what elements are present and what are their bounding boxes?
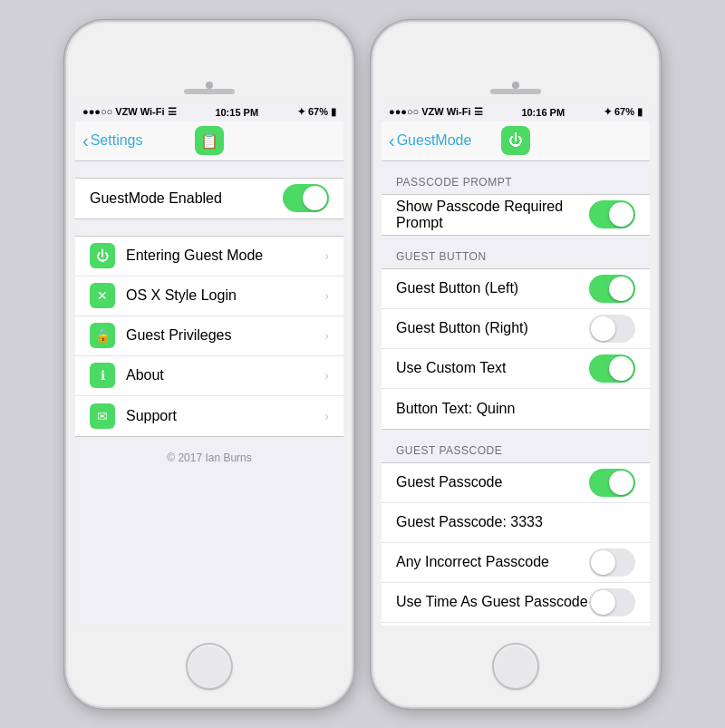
list-item-guest-passcode[interactable]: Guest Passcode (382, 463, 650, 503)
show-passcode-label: Show Passcode Required Prompt (396, 199, 589, 231)
carrier-1: ●●●○○ VZW Wi-Fi ☰ (82, 106, 177, 118)
footer-text-1: © 2017 Ian Burns (75, 437, 343, 479)
nav-icon-symbol-1: 📋 (200, 132, 218, 150)
use-custom-text-toggle[interactable] (589, 354, 635, 383)
any-incorrect-label: Any Incorrect Passcode (396, 554, 589, 570)
group-guest-button: Guest Button (Left) Guest Button (Right)… (382, 268, 650, 430)
list-item-button-text: Button Text: Quinn (382, 389, 650, 429)
entering-icon-symbol: ⏻ (96, 248, 109, 263)
osx-label: OS X Style Login (126, 287, 324, 304)
section-header-guest-button: GUEST BUTTON (382, 236, 650, 268)
back-arrow-1: ‹ (82, 131, 89, 150)
entering-label: Entering Guest Mode (126, 248, 324, 264)
back-button-2[interactable]: ‹ GuestMode (389, 132, 471, 150)
toggle-knob (303, 186, 327, 210)
status-left-1: ●●●○○ VZW Wi-Fi ☰ (82, 106, 177, 118)
list-item-guest-passcode-value: Guest Passcode: 3333 (382, 503, 650, 543)
list-item-time-offset: Time Offset (Minutes): 30 (382, 623, 650, 626)
list-item-entering-guest-mode[interactable]: ⏻ Entering Guest Mode › (75, 237, 343, 277)
guest-button-left-toggle[interactable] (589, 275, 635, 303)
phone-2: ●●●○○ VZW Wi-Fi ☰ 10:16 PM ✦ 67% ▮ ‹ Gue… (371, 20, 661, 709)
toggle-knob (609, 277, 633, 301)
list-item-guest-button-right[interactable]: Guest Button (Right) (382, 309, 650, 349)
support-label: Support (126, 408, 324, 424)
chevron-support: › (324, 409, 329, 423)
list-item-guest-privileges[interactable]: 🔒 Guest Privileges › (75, 316, 343, 356)
list-item-support[interactable]: ✉ Support › (75, 396, 343, 436)
time-2: 10:16 PM (521, 107, 565, 118)
phone-2-bottom (372, 626, 659, 707)
list-item-use-custom-text[interactable]: Use Custom Text (382, 349, 650, 389)
about-icon-symbol: ℹ (101, 368, 105, 383)
group-passcode-prompt: Show Passcode Required Prompt (382, 194, 650, 236)
use-custom-text-label: Use Custom Text (396, 360, 589, 376)
list-item-osx-login[interactable]: ✕ OS X Style Login › (75, 277, 343, 316)
list-item-about[interactable]: ℹ About › (75, 356, 343, 396)
list-item-use-time[interactable]: Use Time As Guest Passcode (382, 583, 650, 623)
battery-2: ✦ 67% ▮ (604, 106, 643, 118)
osx-icon-symbol: ✕ (97, 288, 108, 303)
guest-button-left-label: Guest Button (Left) (396, 280, 589, 296)
osx-icon: ✕ (90, 283, 115, 308)
home-button-2[interactable] (492, 643, 539, 690)
group-guest-passcode: Guest Passcode Guest Passcode: 3333 Any … (382, 462, 650, 626)
status-bar-1: ●●●○○ VZW Wi-Fi ☰ 10:15 PM ✦ 67% ▮ (75, 103, 343, 121)
any-incorrect-toggle[interactable] (589, 548, 635, 577)
section-header-guest-passcode: GUEST PASSCODE (382, 430, 650, 462)
section-header-passcode: PASSCODE PROMPT (382, 161, 650, 194)
list-item-guest-button-left[interactable]: Guest Button (Left) (382, 269, 650, 309)
phone-1-screen: ●●●○○ VZW Wi-Fi ☰ 10:15 PM ✦ 67% ▮ ‹ Set… (75, 103, 343, 626)
about-label: About (126, 367, 324, 383)
back-button-1[interactable]: ‹ Settings (82, 132, 142, 150)
list-item-any-incorrect[interactable]: Any Incorrect Passcode (382, 543, 650, 583)
toggle-knob (591, 550, 615, 575)
nav-icon-1: 📋 (195, 126, 224, 155)
guest-passcode-label: Guest Passcode (396, 474, 589, 490)
chevron-entering: › (324, 248, 329, 263)
privileges-label: Guest Privileges (126, 327, 324, 344)
back-label-2: GuestMode (397, 132, 472, 149)
home-button-1[interactable] (186, 643, 233, 690)
nav-bar-2: ‹ GuestMode ⏻ (382, 121, 650, 161)
guest-passcode-toggle[interactable] (589, 469, 635, 497)
phone-1-bottom (66, 626, 353, 707)
list-item-guestmode-enabled[interactable]: GuestMode Enabled (75, 179, 343, 218)
use-time-toggle[interactable] (589, 588, 635, 616)
content-2: PASSCODE PROMPT Show Passcode Required P… (382, 161, 650, 626)
show-passcode-toggle[interactable] (589, 200, 635, 228)
front-camera (206, 82, 213, 89)
group-nav-items: ⏻ Entering Guest Mode › ✕ OS X Style Log… (75, 236, 343, 437)
section-guest-passcode: GUEST PASSCODE Guest Passcode Guest Pass… (382, 430, 650, 626)
phone-1-top (66, 22, 353, 103)
speaker (184, 89, 235, 94)
privileges-icon-symbol: 🔒 (95, 328, 111, 343)
toggle-knob (609, 202, 633, 227)
status-left-2: ●●●○○ VZW Wi-Fi ☰ (389, 106, 483, 118)
status-bar-2: ●●●○○ VZW Wi-Fi ☰ 10:16 PM ✦ 67% ▮ (382, 103, 650, 121)
group-guestmode: GuestMode Enabled (75, 178, 343, 219)
about-icon: ℹ (90, 363, 115, 388)
use-time-label: Use Time As Guest Passcode (396, 594, 589, 610)
time-1: 10:15 PM (215, 107, 258, 118)
speaker-2 (490, 89, 541, 94)
entering-icon: ⏻ (90, 243, 115, 268)
status-right-2: ✦ 67% ▮ (604, 106, 643, 118)
guest-button-right-label: Guest Button (Right) (396, 320, 589, 336)
front-camera-2 (512, 82, 519, 89)
back-label-1: Settings (91, 132, 143, 149)
support-icon-symbol: ✉ (97, 409, 108, 423)
guestmode-enabled-toggle[interactable] (283, 184, 329, 212)
nav-bar-1: ‹ Settings 📋 (75, 121, 343, 161)
guest-button-right-toggle[interactable] (589, 315, 635, 343)
toggle-knob (609, 471, 633, 495)
phone-2-screen: ●●●○○ VZW Wi-Fi ☰ 10:16 PM ✦ 67% ▮ ‹ Gue… (382, 103, 650, 626)
list-item-show-passcode[interactable]: Show Passcode Required Prompt (382, 195, 650, 235)
phone-2-top (372, 22, 659, 103)
chevron-osx: › (324, 288, 329, 303)
toggle-knob (609, 356, 633, 381)
button-text-label: Button Text: Quinn (396, 401, 635, 417)
back-arrow-2: ‹ (389, 131, 395, 150)
chevron-about: › (324, 368, 329, 383)
support-icon: ✉ (90, 403, 115, 429)
status-right-1: ✦ 67% ▮ (297, 106, 336, 118)
